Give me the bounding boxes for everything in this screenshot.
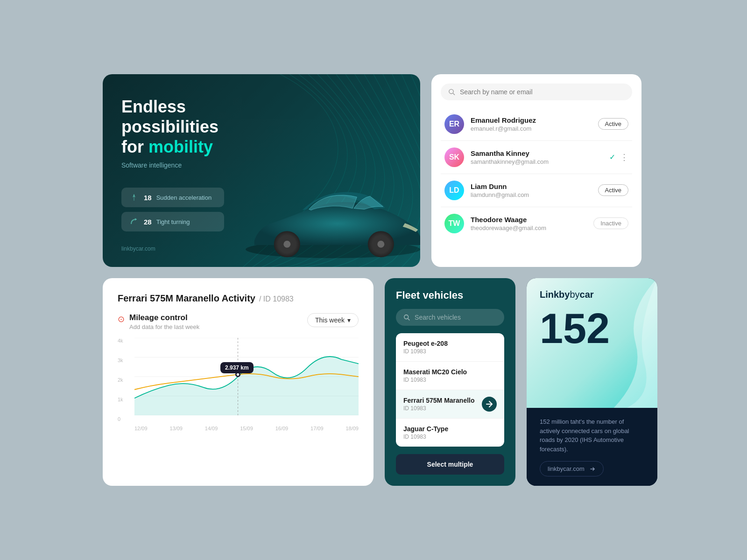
stats-top: Linkbybycar 152 — [527, 278, 657, 408]
mileage-warning-icon: ⊙ — [118, 314, 125, 324]
user-info-1: Samantha Kinney samanthakinney@gmail.com — [471, 149, 603, 165]
user-badge-3: Inactive — [593, 217, 628, 229]
user-info-3: Theodore Waage theodorewaage@gmail.com — [471, 216, 587, 231]
fleet-search-bar[interactable] — [396, 309, 504, 326]
bottom-row: Ferrari 575M Maranello Activity / ID 109… — [103, 278, 641, 486]
fleet-title: Fleet vehicles — [396, 289, 504, 301]
stat-acceleration: 18 Sudden acceleration — [121, 188, 224, 207]
navigation-icon — [486, 400, 493, 408]
vehicle-info-0: Peugeot e-208 ID 10983 — [403, 340, 448, 355]
hero-stats: 18 Sudden acceleration 28 Tight turning — [121, 188, 402, 231]
vehicle-info-2: Ferrari 575M Maranello ID 10983 — [403, 397, 475, 412]
svg-line-9 — [453, 93, 455, 95]
user-badge-2: Active — [598, 184, 628, 196]
hero-card: .wl { fill: none; stroke: rgba(0,200,180… — [103, 74, 420, 267]
hero-footer: linkbycar.com — [121, 245, 402, 252]
arrow-right-icon — [589, 466, 596, 472]
user-item-0[interactable]: ER Emanuel Rodriguez emanuel.r@gmail.com… — [441, 108, 632, 141]
user-search-bar[interactable] — [441, 84, 632, 100]
fleet-search-icon — [403, 314, 410, 321]
chart-y-labels: 4k 3k 2k 1k 0 — [118, 338, 123, 431]
user-badge-0: Active — [598, 118, 628, 130]
stats-card: Linkbybycar 152 152 million taht's the n… — [527, 278, 657, 486]
user-item-3[interactable]: TW Theodore Waage theodorewaage@gmail.co… — [441, 207, 632, 240]
user-item-1[interactable]: SK Samantha Kinney samanthakinney@gmail.… — [441, 141, 632, 174]
more-options-icon[interactable]: ⋮ — [620, 152, 628, 162]
avatar-sk: SK — [444, 147, 464, 167]
user-info-2: Liam Dunn liamdunn@gmail.com — [471, 182, 592, 198]
search-input[interactable] — [460, 88, 625, 96]
chart-svg — [134, 338, 359, 415]
chart-container: 4k 3k 2k 1k 0 — [118, 338, 359, 431]
fleet-search-input[interactable] — [415, 314, 497, 321]
vehicle-item-2[interactable]: Ferrari 575M Maranello ID 10983 — [396, 390, 504, 419]
avatar-ld: LD — [444, 181, 464, 200]
avatar-tw: TW — [444, 214, 464, 233]
activity-title-row: Ferrari 575M Maranello Activity / ID 109… — [118, 293, 359, 304]
stats-link[interactable]: linkbycar.com — [540, 461, 604, 476]
svg-point-8 — [449, 89, 453, 93]
user-actions-1: ✓ ⋮ — [609, 152, 628, 162]
mileage-row: ⊙ Mileage control Add data for the last … — [118, 313, 359, 330]
fleet-card: Fleet vehicles Peugeot e-208 ID 10983 — [385, 278, 515, 486]
users-wrapper: ER Emanuel Rodriguez emanuel.r@gmail.com… — [441, 108, 632, 240]
week-button[interactable]: This week ▾ — [307, 313, 359, 327]
chart-x-labels: 12/09 13/09 14/09 15/09 16/09 17/09 18/0… — [134, 426, 359, 431]
vehicle-item-1[interactable]: Maserati MC20 Cielo ID 10983 — [396, 362, 504, 390]
user-list: ER Emanuel Rodriguez emanuel.r@gmail.com… — [441, 108, 632, 240]
user-item-2[interactable]: LD Liam Dunn liamdunn@gmail.com Active — [441, 174, 632, 207]
svg-point-18 — [404, 315, 409, 319]
activity-id: / ID 10983 — [259, 295, 294, 303]
svg-point-17 — [237, 373, 240, 376]
hero-subtitle: Software intelligence — [121, 161, 402, 169]
users-card: ER Emanuel Rodriguez emanuel.r@gmail.com… — [431, 74, 641, 267]
stats-bottom: 152 million taht's the number of activel… — [527, 408, 657, 486]
turning-icon — [129, 217, 139, 227]
vehicle-info-3: Jaguar C-Type ID 10983 — [403, 425, 448, 440]
vehicle-item-3[interactable]: Jaguar C-Type ID 10983 — [396, 419, 504, 447]
search-icon — [448, 88, 455, 96]
select-multiple-button[interactable]: Select multiple — [396, 454, 504, 475]
activity-title: Ferrari 575M Maranello Activity — [118, 293, 255, 304]
acceleration-icon — [129, 192, 139, 203]
vehicle-info-1: Maserati MC20 Cielo ID 10983 — [403, 368, 467, 383]
svg-line-19 — [408, 319, 410, 321]
vehicle-nav-icon[interactable] — [482, 397, 497, 412]
hero-title: Endless possibilities for mobility — [121, 97, 271, 157]
stats-description: 152 million taht's the number of activel… — [540, 417, 644, 454]
mileage-text: Mileage control Add data for the last we… — [129, 313, 199, 330]
check-icon: ✓ — [609, 153, 615, 161]
activity-card: Ferrari 575M Maranello Activity / ID 109… — [103, 278, 374, 486]
vehicle-item-0[interactable]: Peugeot e-208 ID 10983 — [396, 333, 504, 362]
mileage-sub: Add data for the last week — [129, 323, 199, 330]
avatar-er: ER — [444, 114, 464, 134]
mileage-label: Mileage control — [129, 313, 199, 322]
user-info-0: Emanuel Rodriguez emanuel.r@gmail.com — [471, 116, 592, 132]
chart-tooltip: 2.937 km — [220, 362, 254, 373]
vehicle-list: Peugeot e-208 ID 10983 Maserati MC20 Cie… — [396, 333, 504, 447]
stats-wave-bg — [592, 278, 657, 408]
stat-turning: 28 Tight turning — [121, 212, 224, 231]
mileage-info: ⊙ Mileage control Add data for the last … — [118, 313, 199, 330]
